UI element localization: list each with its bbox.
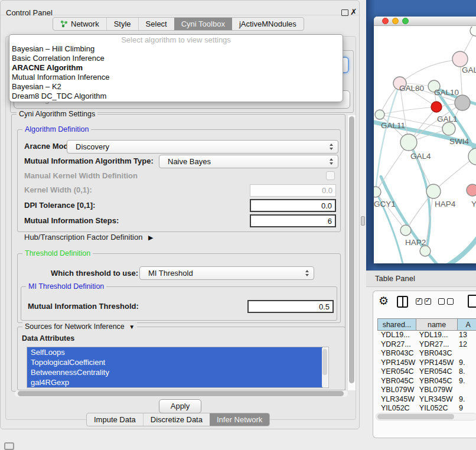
column-header[interactable]: shared... xyxy=(377,318,416,331)
network-node[interactable] xyxy=(400,134,417,151)
attribute-item-selected[interactable]: SelfLoops xyxy=(27,347,322,357)
hub-definition-label: Hub/Transcription Factor Definition xyxy=(24,233,142,242)
attribute-item-selected[interactable]: TopologicalCoefficient xyxy=(27,357,322,367)
table-row[interactable]: YDR27...YDR27...12 xyxy=(378,340,476,350)
gear-icon[interactable]: ⚙ xyxy=(379,294,389,308)
algorithm-dropdown-popup: Select algorithm to view settings Bayesi… xyxy=(9,34,343,102)
dropdown-item[interactable]: Bayesian – Hill Climbing xyxy=(9,44,343,54)
aracne-mode-combo[interactable]: Discovery xyxy=(67,140,338,154)
network-node[interactable] xyxy=(400,225,411,236)
close-icon[interactable]: ✗ xyxy=(350,7,357,17)
tab-style[interactable]: Style xyxy=(106,18,138,30)
network-node[interactable] xyxy=(420,246,431,256)
settings-vertical-scrollbar[interactable] xyxy=(347,115,356,390)
table-cell: YLR345W xyxy=(378,395,416,405)
network-icon xyxy=(60,20,68,28)
node-label: GAL80 xyxy=(399,84,424,93)
which-threshold-combo[interactable]: MI Threshold xyxy=(139,266,314,280)
mi-type-combo[interactable]: Naive Bayes xyxy=(159,155,338,168)
network-node[interactable] xyxy=(470,27,476,36)
scrollbar-thumb[interactable] xyxy=(18,391,344,396)
minimize-traffic-light[interactable] xyxy=(392,18,399,24)
mi-steps-input[interactable] xyxy=(250,214,336,227)
apply-button[interactable]: Apply xyxy=(159,399,201,413)
sources-collapse-toggle[interactable]: Sources for Network Inference ▼ xyxy=(22,322,137,331)
settings-horizontal-scrollbar[interactable] xyxy=(15,390,348,397)
table-cell xyxy=(458,349,476,358)
table-row[interactable]: YLR345WYLR345W9. xyxy=(378,395,476,405)
table-row[interactable]: YBR043CYBR043C xyxy=(378,349,476,358)
dropdown-item[interactable]: Mutual Information Inference xyxy=(9,73,343,82)
network-node[interactable] xyxy=(467,184,476,196)
dropdown-item[interactable]: Bayesian – K2 xyxy=(9,82,343,92)
network-node[interactable] xyxy=(455,95,470,110)
network-node[interactable] xyxy=(442,122,455,135)
table-cell: YDL19... xyxy=(378,331,416,340)
tab-jactivemnodules[interactable]: jActiveMNodules xyxy=(232,18,304,30)
table-horizontal-scrollbar[interactable] xyxy=(376,413,476,420)
network-node[interactable] xyxy=(468,148,476,165)
table-row[interactable]: YBL079WYBL079W xyxy=(378,386,476,395)
mi-threshold-label: Mutual Information Threshold: xyxy=(28,302,139,311)
table-row[interactable]: YBR045CYBR045C9. xyxy=(378,377,476,386)
document-icon[interactable] xyxy=(468,295,476,308)
kernel-width-input[interactable] xyxy=(250,184,336,197)
float-window-icon[interactable] xyxy=(341,9,348,16)
tab-impute-data[interactable]: Impute Data xyxy=(87,413,143,426)
dpi-tolerance-input[interactable] xyxy=(250,199,336,212)
network-window-titlebar[interactable] xyxy=(374,17,476,26)
table-row[interactable]: YER054CYER054C8. xyxy=(378,367,476,377)
close-traffic-light[interactable] xyxy=(382,18,389,24)
deselect-all-checkbox-icon[interactable] xyxy=(438,298,445,305)
table-cell: 9. xyxy=(458,377,476,386)
tab-select[interactable]: Select xyxy=(138,18,174,30)
column-header[interactable]: name xyxy=(416,318,458,331)
which-threshold-label: Which threshold to use: xyxy=(51,269,138,278)
dropdown-item-selected[interactable]: ARACNE Algorithm xyxy=(9,63,343,73)
mi-threshold-input[interactable] xyxy=(247,300,334,313)
network-canvas[interactable]: GALGAL80GAL10GAL1GAL11SWI4GAL4GCY1HAP4YH… xyxy=(374,27,476,263)
columns-icon[interactable] xyxy=(397,296,408,308)
column-header[interactable]: A xyxy=(457,318,476,331)
network-node[interactable] xyxy=(375,110,384,119)
control-panel-window: Control Panel ✗ Network Style Select Cyn… xyxy=(0,0,360,429)
table-panel-card: ⚙ shared... name A YDL19...YDL19...13YDR… xyxy=(373,291,476,438)
panel-dock-icon[interactable] xyxy=(4,442,14,450)
table-cell: YIL052C xyxy=(416,404,458,413)
scrollbar-thumb[interactable] xyxy=(349,116,354,383)
node-label: GAL xyxy=(462,66,476,74)
network-edge xyxy=(380,107,436,115)
table-cell: 13 xyxy=(458,331,476,340)
deselect-all-checkbox-icon[interactable] xyxy=(447,298,454,305)
manual-kernel-checkbox[interactable] xyxy=(326,171,335,180)
tab-network[interactable]: Network xyxy=(53,18,106,30)
tab-infer-network[interactable]: Infer Network xyxy=(210,413,269,426)
select-all-checkbox-icon[interactable] xyxy=(416,298,422,305)
scrollbar-thumb[interactable] xyxy=(377,414,454,419)
dropdown-item[interactable]: Dream8 DC_TDC Algorithm xyxy=(9,92,343,101)
node-label: SWI4 xyxy=(449,137,469,146)
which-threshold-value: MI Threshold xyxy=(148,269,193,278)
network-node[interactable] xyxy=(426,184,441,198)
tab-discretize-data[interactable]: Discretize Data xyxy=(143,413,210,426)
network-window: GALGAL80GAL10GAL1GAL11SWI4GAL4GCY1HAP4YH… xyxy=(374,17,476,263)
manual-kernel-label: Manual Kernel Width Definition xyxy=(24,171,138,181)
attribute-item-selected[interactable]: gal4RGexp xyxy=(27,377,322,387)
select-all-checkbox-icon[interactable] xyxy=(425,298,431,305)
network-node[interactable] xyxy=(452,51,468,67)
table-row[interactable]: YIL052CYIL052C9 xyxy=(378,404,476,413)
panel-divider-grip[interactable] xyxy=(361,216,365,226)
network-node[interactable] xyxy=(431,102,442,112)
table-cell: 9. xyxy=(458,395,476,405)
hub-definition-toggle[interactable]: Hub/Transcription Factor Definition ▶ xyxy=(24,233,153,242)
table-row[interactable]: YDL19...YDL19...13 xyxy=(378,331,476,340)
attribute-item-selected[interactable]: BetweennessCentrality xyxy=(27,367,322,377)
tab-cyni-toolbox[interactable]: Cyni Toolbox xyxy=(174,18,232,30)
mi-type-label: Mutual Information Algorithm Type: xyxy=(24,156,154,166)
network-node[interactable] xyxy=(374,187,381,197)
zoom-traffic-light[interactable] xyxy=(402,18,409,24)
table-row[interactable]: YPR145WYPR145W9. xyxy=(378,358,476,368)
table-cell: 12 xyxy=(458,340,476,350)
dropdown-item[interactable]: Basic Correlation Inference xyxy=(9,54,343,63)
list-scrollbar[interactable] xyxy=(322,348,328,387)
